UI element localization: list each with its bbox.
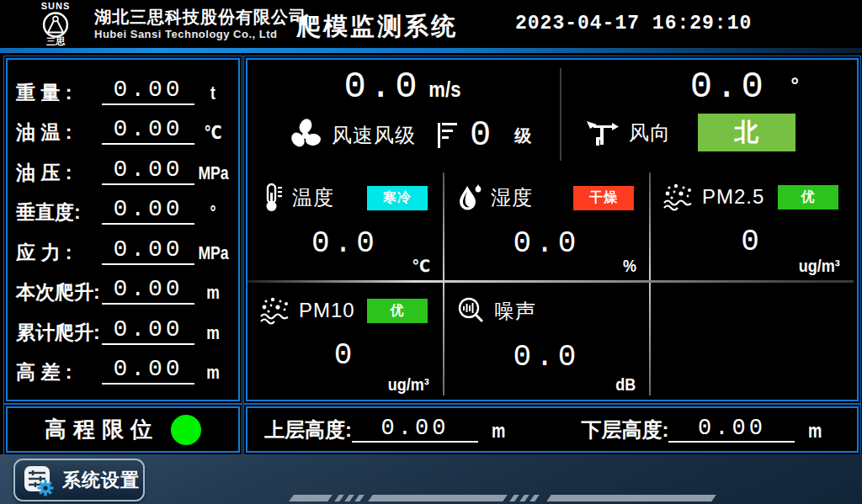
- wind-level-icon: [433, 119, 461, 152]
- system-settings-button[interactable]: 系统设置: [13, 459, 145, 501]
- measurement-unit: °: [198, 201, 227, 225]
- wind-level-value: 0: [470, 117, 491, 154]
- wind-direction-unit: °: [789, 66, 801, 107]
- measurement-row-stress: 应 力 : 0.00 MPa: [16, 231, 231, 265]
- measurement-label: 油 压 :: [16, 160, 102, 185]
- lower-height-group: 下层高度: 0.00 m: [581, 416, 823, 443]
- sensor-name: 温度: [292, 184, 334, 211]
- wind-direction-subrow: 风向 北: [561, 114, 854, 151]
- wind-speed-unit: m/s: [428, 69, 460, 109]
- measurement-unit: t: [198, 82, 227, 105]
- lower-height-unit: m: [808, 419, 822, 443]
- measurement-label: 油 温 :: [16, 119, 102, 145]
- wind-direction-readout: 0.0°: [561, 66, 854, 107]
- sensor-unit: ug/m³: [387, 375, 428, 395]
- status-badge: 优: [367, 299, 428, 323]
- measurement-label: 累计爬升:: [16, 320, 102, 345]
- measurement-row-height-diff: 高 差 : 0.00 m: [16, 351, 231, 385]
- sensor-cell-humidity: 湿度 干燥 0.0 %: [444, 169, 649, 280]
- lower-height-label: 下层高度:: [581, 417, 668, 443]
- header: SUNS 三思 湖北三思科技股份有限公司 Hubei Sansi Technol…: [0, 0, 862, 48]
- measurement-row-verticality: 垂直度: 0.00 °: [16, 191, 231, 225]
- decorative-stripe: [334, 495, 344, 501]
- measurement-row-current-climb: 本次爬升: 0.00 m: [16, 271, 231, 305]
- sensor-unit: %: [623, 257, 636, 276]
- sensor-value: 0.0: [444, 226, 649, 261]
- sensor-cell-pm25: PM2.5 优 0 ug/m³: [651, 169, 854, 280]
- measurement-label: 高 差 :: [16, 359, 102, 385]
- droplet-icon: [456, 183, 483, 213]
- sensor-header: 噪声: [444, 283, 649, 326]
- wind-direction-label: 风向: [629, 119, 671, 146]
- sensor-header: 湿度 干燥: [444, 169, 649, 213]
- sensor-value: 0: [651, 225, 854, 259]
- upper-height-group: 上层高度: 0.00 m: [264, 416, 507, 443]
- sensor-name: 噪声: [494, 298, 536, 325]
- measurement-rows: 重 量 : 0.00 t 油 温 : 0.00 ℃ 油 压 : 0.00 MPa…: [8, 60, 238, 396]
- measurement-label: 重 量 :: [16, 80, 102, 105]
- wind-speed-readout: 0.0m/s: [247, 66, 560, 109]
- measurement-value: 0.00: [102, 277, 194, 305]
- sensor-unit: dB: [616, 375, 636, 395]
- fan-icon: [286, 116, 325, 155]
- scada-screen: SUNS 三思 湖北三思科技股份有限公司 Hubei Sansi Technol…: [0, 0, 862, 504]
- sensor-cell-pm10: PM10 优 0 ug/m³: [247, 283, 443, 399]
- measurement-row-oil-pressure: 油 压 : 0.00 MPa: [16, 151, 231, 185]
- sensor-header: 温度 寒冷: [247, 169, 443, 213]
- header-accent-bar: [0, 48, 862, 53]
- logo-icon: [40, 11, 71, 39]
- wind-speed-label: 风速风级: [332, 122, 416, 149]
- sensor-cell-noise: 噪声 0.0 dB: [444, 283, 649, 399]
- measurement-unit: MPa: [198, 162, 227, 185]
- sensor-name: 湿度: [491, 184, 533, 211]
- environment-panel: 0.0m/s 风速风级: [246, 58, 859, 401]
- wind-direction-indicator[interactable]: 北: [698, 114, 795, 151]
- measurement-row-oil-temp: 油 温 : 0.00 ℃: [16, 111, 231, 145]
- wind-direction-section: 0.0° 风向 北: [561, 60, 854, 167]
- sensor-name: PM10: [299, 299, 355, 322]
- noise-icon: [456, 296, 487, 326]
- decorative-stripe: [509, 495, 519, 501]
- measurement-value: 0.00: [102, 317, 194, 345]
- decorative-stripe: [354, 495, 364, 501]
- layer-heights-row: 上层高度: 0.00 m 下层高度: 0.00 m: [247, 408, 857, 451]
- decorative-stripe: [529, 495, 540, 501]
- decorative-stripe: [368, 495, 508, 501]
- lower-height-value: 0.00: [668, 416, 795, 443]
- decorative-stripe: [344, 495, 354, 501]
- sensor-unit: ℃: [412, 256, 430, 276]
- wind-speed-value: 0.0: [343, 66, 420, 108]
- measurement-row-total-climb: 累计爬升: 0.00 m: [16, 311, 231, 345]
- wind-vane-icon: [583, 114, 622, 151]
- elevation-limit-panel: 高程限位: [6, 406, 240, 453]
- elevation-limit-label: 高程限位: [45, 415, 159, 444]
- wind-speed-section: 0.0m/s 风速风级: [247, 60, 560, 167]
- upper-height-value: 0.00: [352, 416, 478, 443]
- measurement-value: 0.00: [102, 197, 194, 225]
- decorative-stripe: [289, 495, 333, 501]
- logo-text-top: SUNS: [22, 1, 89, 11]
- company-name-en: Hubei Sansi Technology Co., Ltd: [94, 27, 306, 42]
- status-badge: 寒冷: [367, 186, 428, 210]
- sensor-cell-temperature: 温度 寒冷 0.0 ℃: [247, 169, 443, 280]
- measurement-unit: MPa: [198, 241, 227, 265]
- company-name: 湖北三思科技股份有限公司 Hubei Sansi Technology Co.,…: [94, 7, 306, 42]
- sensor-header: PM10 优: [247, 283, 443, 325]
- sensor-name: PM2.5: [702, 185, 764, 209]
- measurement-label: 本次爬升:: [16, 279, 102, 305]
- upper-height-unit: m: [492, 419, 505, 443]
- sensor-header: PM2.5 优: [651, 169, 854, 211]
- wind-speed-subrow: 风速风级 0 级: [247, 116, 560, 155]
- measurement-value: 0.00: [102, 117, 194, 145]
- measurement-label: 应 力 :: [16, 240, 102, 265]
- elevation-limit-indicator: [171, 415, 201, 445]
- measurement-unit: m: [198, 361, 227, 385]
- particles-icon: [259, 296, 291, 325]
- taskbar: 系统设置: [0, 454, 862, 504]
- measurement-row-weight: 重 量 : 0.00 t: [16, 72, 231, 105]
- measurement-value: 0.00: [102, 157, 194, 185]
- particles-icon: [662, 183, 694, 211]
- measurement-value: 0.00: [102, 357, 194, 385]
- left-measurements-panel: 重 量 : 0.00 t 油 温 : 0.00 ℃ 油 压 : 0.00 MPa…: [6, 58, 240, 401]
- sensor-value: 0: [247, 338, 443, 373]
